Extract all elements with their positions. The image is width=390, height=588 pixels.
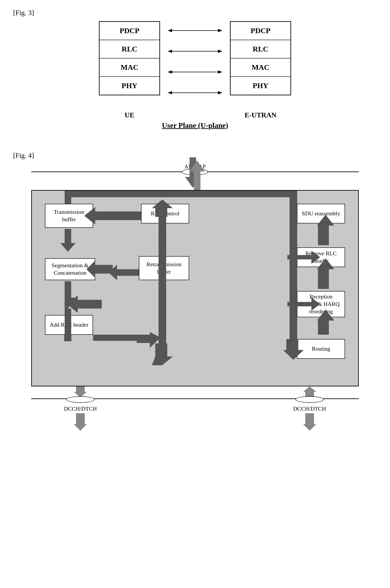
svg-marker-25: [67, 295, 102, 313]
rlc-main-box: Transmission buffer RLC control SDU reas…: [31, 190, 359, 386]
svg-marker-35: [303, 413, 316, 431]
remove-rlc-box: Remove RLC header: [297, 248, 345, 267]
svg-marker-17: [137, 332, 161, 348]
sdu-reassembly-box: SDU reassembly: [297, 204, 345, 223]
ue-phy: PHY: [99, 77, 159, 95]
svg-marker-22: [108, 265, 139, 280]
add-rlc-box: Add RLC header: [45, 315, 93, 335]
transmission-buffer-box: Transmission buffer: [45, 204, 93, 228]
svg-marker-11: [60, 229, 76, 252]
left-dcch-sap: DCCH/DTCH: [64, 386, 97, 431]
eutran-pdcp: PDCP: [231, 22, 291, 40]
eutran-rlc: RLC: [231, 40, 291, 58]
left-bottom-arrow: [74, 413, 87, 431]
right-sap-oval: [295, 396, 324, 403]
svg-marker-34: [303, 386, 316, 397]
right-up-arrow: [303, 386, 316, 397]
svg-marker-32: [74, 386, 87, 397]
routing-box: Routing: [297, 339, 345, 359]
svg-rect-16: [64, 335, 71, 341]
fig3-title: User Plane (U-plane): [162, 121, 228, 129]
right-dcch-sap: DCCH/DTCH: [293, 386, 326, 431]
right-dcch-label: DCCH/DTCH: [293, 406, 326, 412]
rlc-control-box: RLC control: [141, 204, 189, 223]
right-bottom-arrow: [303, 413, 316, 431]
ue-rlc: RLC: [99, 40, 159, 58]
fig4-diagram: AM-SAP Transmission buffer RLC control S…: [31, 164, 359, 430]
ue-protocol-stack: PDCP RLC MAC PHY: [99, 21, 160, 95]
eutran-label: E-UTRAN: [244, 111, 276, 119]
rlc-arrow: [160, 44, 230, 61]
svg-rect-18: [158, 217, 166, 343]
fig3-diagram: PDCP RLC MAC PHY: [99, 21, 291, 104]
fig4-container: [Fig. 4] AM-SAP Transmission buffer RLC …: [13, 151, 377, 430]
ue-label: UE: [125, 111, 134, 119]
svg-marker-13: [60, 281, 76, 308]
top-center-arrows: [184, 157, 206, 191]
pdcp-arrow: [160, 23, 230, 40]
svg-rect-23: [290, 191, 297, 339]
left-dcch-label: DCCH/DTCH: [64, 406, 97, 412]
reception-buffer-box: Reception buffer & HARQ reordering: [297, 291, 345, 317]
eutran-mac: MAC: [231, 58, 291, 77]
eutran-protocol-stack: PDCP RLC MAC PHY: [230, 21, 291, 95]
svg-marker-33: [74, 413, 87, 431]
svg-rect-14: [93, 335, 137, 341]
ue-mac: MAC: [99, 58, 159, 77]
bottom-sap-area: DCCH/DTCH DCCH/DTCH: [31, 386, 359, 430]
retransmission-box: Retransmission buffer: [139, 256, 189, 280]
fig3-container: [Fig. 3] PDCP RLC MAC PHY: [13, 9, 377, 138]
left-down-arrow: [74, 386, 87, 397]
ue-pdcp: PDCP: [99, 22, 159, 40]
fig3-label: [Fig. 3]: [13, 9, 377, 17]
phy-arrow: [160, 85, 230, 103]
inter-stack-arrows: [160, 21, 230, 104]
mac-arrow: [160, 64, 230, 82]
left-sap-oval: [66, 396, 95, 403]
svg-rect-10: [65, 191, 71, 204]
segmentation-box: Segmentation & Concatenation: [45, 258, 95, 280]
eutran-phy: PHY: [231, 77, 291, 95]
svg-marker-20: [152, 343, 173, 365]
am-sap-area: AM-SAP: [31, 164, 359, 190]
svg-rect-31: [65, 191, 297, 197]
